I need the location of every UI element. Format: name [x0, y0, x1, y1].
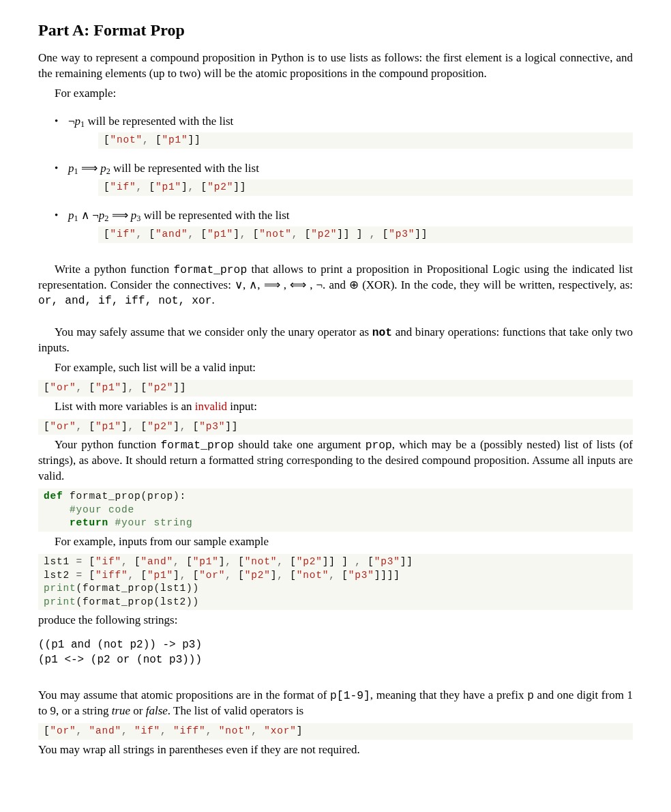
page-title: Part A: Format Prop — [38, 19, 633, 41]
function-description: Your python function format_prop should … — [38, 437, 633, 484]
code-block: ["if", ["p1"], ["p2"]] — [98, 179, 633, 196]
function-name: format_prop — [160, 439, 234, 452]
text-fragment: You may assume that atomic propositions … — [38, 688, 330, 701]
sample-example-label: For example, inputs from our sample exam… — [38, 534, 633, 550]
bullet-3-suffix: will be represented with the list — [140, 209, 289, 222]
bullet-1-suffix: will be represented with the list — [85, 115, 233, 128]
code-block: ["not", ["p1"]] — [98, 132, 633, 149]
output-block: ((p1 and (not p2)) -> p3) (p1 <-> (p2 or… — [38, 638, 633, 667]
text-fragment: should take one argument — [234, 438, 366, 451]
list-item: p1 ⟹ p2 will be represented with the lis… — [38, 161, 633, 196]
text-fragment: or — [130, 704, 146, 717]
wrap-note: You may wrap all strings in parentheses … — [38, 742, 633, 758]
literal-false: false — [146, 704, 168, 717]
assumption-paragraph: You may safely assume that we consider o… — [38, 325, 633, 356]
text-fragment: , meaning that they have a prefix — [370, 688, 527, 701]
invalid-word: invalid — [195, 400, 227, 413]
math-expr-p1-and-not-p2-implies-p3: p1 ∧ ¬p2 ⟹ p3 — [68, 209, 140, 222]
code-block: ["or", ["p1"], ["p2"]] — [38, 380, 633, 396]
literal-true: true — [112, 704, 130, 717]
text-fragment: . The list of valid operators is — [168, 704, 303, 717]
bullet-2-suffix: will be represented with the list — [110, 162, 259, 175]
invalid-input-label: List with more variables is an invalid i… — [38, 399, 633, 415]
intro-paragraph: One way to represent a compound proposit… — [38, 50, 633, 82]
argument-name: prop — [366, 439, 392, 452]
code-block-operators: ["or", "and", "if", "iff", "not", "xor"] — [38, 723, 633, 740]
write-function-paragraph: Write a python function format_prop that… — [38, 262, 633, 309]
valid-input-label: For example, such list will be a valid i… — [38, 360, 633, 376]
code-block-sample: lst1 = ["if", ["and", ["p1"], ["not", ["… — [38, 554, 633, 610]
code-block-def: def format_prop(prop): #your code return… — [38, 489, 633, 532]
text-fragment: . — [212, 293, 215, 306]
math-expr-not-p1: ¬p1 — [68, 115, 85, 128]
code-block: ["or", ["p1"], ["p2"], ["p3"]] — [38, 419, 633, 435]
prefix-p: p — [527, 689, 534, 702]
text-fragment: Write a python function — [55, 263, 173, 276]
text-fragment: Your python function — [55, 438, 160, 451]
code-block: ["if", ["and", ["p1"], ["not", ["p2"]] ]… — [98, 227, 633, 243]
operator-list: or, and, if, iff, not, xor — [38, 294, 212, 307]
for-example-label: For example: — [38, 86, 633, 102]
page: Part A: Format Prop One way to represent… — [0, 0, 671, 789]
math-expr-p1-implies-p2: p1 ⟹ p2 — [68, 162, 110, 175]
text-fragment: List with more variables is an — [55, 400, 195, 413]
text-fragment: input: — [227, 400, 257, 413]
function-name: format_prop — [173, 263, 247, 276]
produce-line: produce the following strings: — [38, 613, 633, 628]
text-fragment: You may safely assume that we consider o… — [55, 325, 372, 338]
list-item: ¬p1 will be represented with the list ["… — [38, 114, 633, 149]
list-item: p1 ∧ ¬p2 ⟹ p3 will be represented with t… — [38, 208, 633, 243]
atom-format: p[1-9] — [330, 689, 370, 702]
atomic-format-paragraph: You may assume that atomic propositions … — [38, 688, 633, 719]
keyword-not: not — [372, 326, 392, 339]
example-list: ¬p1 will be represented with the list ["… — [38, 114, 633, 242]
